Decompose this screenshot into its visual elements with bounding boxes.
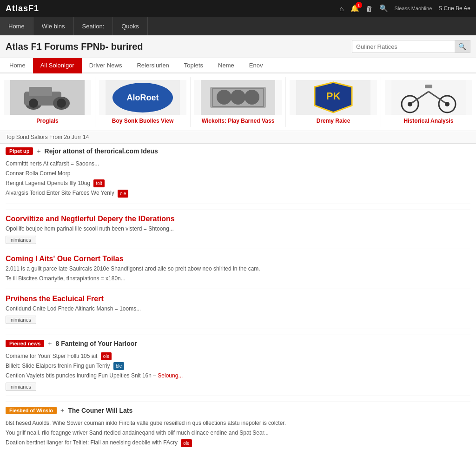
notification-badge: 1 xyxy=(356,2,362,8)
section3-header: Fiesbed of Winslo + The Couner Will Lats xyxy=(6,407,470,416)
user-section-label: Sleass Maobline xyxy=(395,6,432,11)
svg-point-28 xyxy=(445,102,450,106)
svg-point-27 xyxy=(408,102,412,106)
gallery-label-5: Historical Analysis xyxy=(404,118,454,124)
section2-item1: Comame for Yourr Stper Follti 105 ait ol… xyxy=(6,352,470,360)
trash-icon[interactable]: 🗑 xyxy=(366,5,373,13)
site-logo: AtlasF1 xyxy=(6,4,39,13)
gallery: Proglals AloRoet Boy Sonk Buolles View W… xyxy=(0,73,476,131)
gallery-item-5[interactable]: Historical Analysis xyxy=(381,77,476,127)
gallery-image-4: PK xyxy=(290,80,377,115)
nav-seation[interactable]: Seation: xyxy=(74,17,113,35)
svg-text:PK: PK xyxy=(326,90,341,102)
forum-header: Atlas F1 Forums FPNb- burired 🔍 xyxy=(0,35,476,58)
navbar: Home Wie bins Seation: Quoks xyxy=(0,17,476,35)
section1-items: Committt nerts At calfarsit = Saoons... … xyxy=(6,159,470,204)
tab-driver-news[interactable]: Driver News xyxy=(82,58,130,73)
main-content: Pipet up + Rejor attonst of therorical.c… xyxy=(0,144,476,463)
user-name[interactable]: S Cne Be Ae xyxy=(438,5,470,12)
tab-neme[interactable]: Neme xyxy=(211,58,242,73)
nav-home[interactable]: Home xyxy=(0,17,33,35)
section2-item2-tag: ble xyxy=(113,362,124,370)
gallery-image-2: AloRoet xyxy=(99,80,186,115)
nimianes-btn-3[interactable]: nimianes xyxy=(6,383,36,391)
svg-point-14 xyxy=(245,90,259,105)
svg-point-12 xyxy=(217,90,231,105)
svg-point-5 xyxy=(29,99,38,108)
section3-tag: Fiesbed of Winslo xyxy=(6,407,57,414)
section2-plus: + xyxy=(48,340,52,347)
section1-item3: Rengnt Lagenat Openuts Illy 10ug tolt xyxy=(6,179,470,187)
section1-title: Rejor attonst of therorical.com Ideus xyxy=(45,147,158,155)
tab-home[interactable]: Home xyxy=(2,58,33,73)
section3-content: blst hesed Auolds. Wihe Sower cournan in… xyxy=(6,419,470,453)
section1-item4-tag: ole xyxy=(118,190,128,198)
section2-header: Pieired news + 8 Fanteing of Your Harloo… xyxy=(6,340,470,349)
gallery-item-3[interactable]: Wickolts: Play Barned Vass xyxy=(191,77,286,127)
gallery-image-5 xyxy=(385,80,472,115)
nav-quoks[interactable]: Quoks xyxy=(113,17,148,35)
search-button[interactable]: 🔍 xyxy=(455,40,470,53)
section1-item2: Connar Rolla Cornel Morp xyxy=(6,169,470,178)
tab-all-solonigor[interactable]: All Solonigor xyxy=(33,58,82,73)
news-prvihens-headline[interactable]: Prvihens the Eacluical Frert xyxy=(6,295,470,303)
svg-rect-29 xyxy=(425,85,432,88)
section2-item3: Cention Vaylets btis puncles lnurding Fu… xyxy=(6,371,470,380)
gallery-label-3: Wickolts: Play Barned Vass xyxy=(202,118,275,124)
search-box: 🔍 xyxy=(352,40,470,53)
section2-tag: Pieired news xyxy=(6,340,44,347)
svg-point-13 xyxy=(231,90,245,105)
gallery-label-1: Proglals xyxy=(36,118,58,124)
gallery-item-1[interactable]: Proglals xyxy=(0,77,95,127)
top-right-controls: ⌂ 🔔 1 🗑 🔍 Sleass Maobline S Cne Be Ae xyxy=(340,4,471,13)
section2-item3-link[interactable]: Seloung... xyxy=(158,372,183,379)
tab-enov[interactable]: Enov xyxy=(242,58,271,73)
nav-wiebins[interactable]: Wie bins xyxy=(33,17,74,35)
gallery-item-4[interactable]: PK Dremy Raice xyxy=(286,77,381,127)
notification-icon[interactable]: 🔔 1 xyxy=(350,4,359,13)
section1-item3-tag: tolt xyxy=(93,179,104,187)
gallery-image-3 xyxy=(194,80,282,115)
news-prvihens: Prvihens the Eacluical Frert Contidund C… xyxy=(6,295,470,329)
news-coorviltize-headline[interactable]: Coorviltize and Negtlerful Depery the ID… xyxy=(6,215,470,223)
section3-item-tag: ole xyxy=(181,439,192,447)
svg-point-6 xyxy=(57,99,66,108)
svg-text:AloRoet: AloRoet xyxy=(127,93,159,102)
news-coming-headline[interactable]: Coming I Aits' Oue Cornert Toilas xyxy=(6,255,470,263)
news-coming: Coming I Aits' Oue Cornert Toilas 2.011 … xyxy=(6,255,470,289)
nimianes-btn-2[interactable]: nimianes xyxy=(6,316,36,324)
section1-header: Pipet up + Rejor attonst of therorical.c… xyxy=(6,147,470,157)
news-prvihens-body: Contidund Cnite Lod Fhede Altinaric Mans… xyxy=(6,304,470,313)
section2-item2: Billelt: Slide Elalpers frenin Fing gun … xyxy=(6,362,470,370)
section1-plus: + xyxy=(37,147,40,155)
gallery-image-1 xyxy=(4,80,91,115)
home-icon[interactable]: ⌂ xyxy=(340,5,344,13)
tab-relersiurien[interactable]: Relersiurien xyxy=(129,58,176,73)
section3-plus: + xyxy=(60,407,64,414)
news-coming-body: 2.011 is a gullt parce late Saulrcals 20… xyxy=(6,264,470,273)
search-icon[interactable]: 🔍 xyxy=(379,4,388,13)
section3-body2: You grilf neall. rllo feagnge wriver San… xyxy=(6,429,470,437)
gallery-item-2[interactable]: AloRoet Boy Sonk Buolles View xyxy=(95,77,191,127)
section3-item: Doation bertinet lianger for Teltiet: Fi… xyxy=(6,438,470,447)
gallery-label-2: Boy Sonk Buolles View xyxy=(112,118,173,124)
section2-item1-tag: ole xyxy=(101,352,112,360)
news-coming-body2: Te ill Biscites Omartytle, tInstapiation… xyxy=(6,274,470,283)
tab-topiets[interactable]: Topiets xyxy=(177,58,211,73)
gallery-label-4: Dremy Raice xyxy=(317,118,350,124)
nimianes-btn-1[interactable]: nimianes xyxy=(6,236,36,244)
search-input[interactable] xyxy=(352,41,455,53)
topsond-text: Top Sond Saliors From 2o Jurr 14 xyxy=(6,134,89,140)
section3-body: blst hesed Auolds. Wihe Sower cournan in… xyxy=(6,419,470,427)
section2-title: 8 Fanteing of Your Harloor xyxy=(55,340,137,347)
subnav: Home All Solonigor Driver News Relersiur… xyxy=(0,58,476,73)
topbar: AtlasF1 ⌂ 🔔 1 🗑 🔍 Sleass Maobline S Cne … xyxy=(0,0,476,17)
section2-items: Comame for Yourr Stper Follti 105 ait ol… xyxy=(6,352,470,397)
section1-item1: Committt nerts At calfarsit = Saoons... xyxy=(6,159,470,168)
forum-title: Atlas F1 Forums FPNb- burired xyxy=(6,41,143,52)
section1-tag: Pipet up xyxy=(6,147,33,155)
section3-title: The Couner Will Lats xyxy=(68,407,132,414)
svg-rect-4 xyxy=(29,87,52,96)
section1-item4: Alvargsis Toriod Enter Site Farces We Ye… xyxy=(6,189,470,197)
news-coorviltize-body: Opollife beujoe hom parinal lile scooll … xyxy=(6,225,470,233)
